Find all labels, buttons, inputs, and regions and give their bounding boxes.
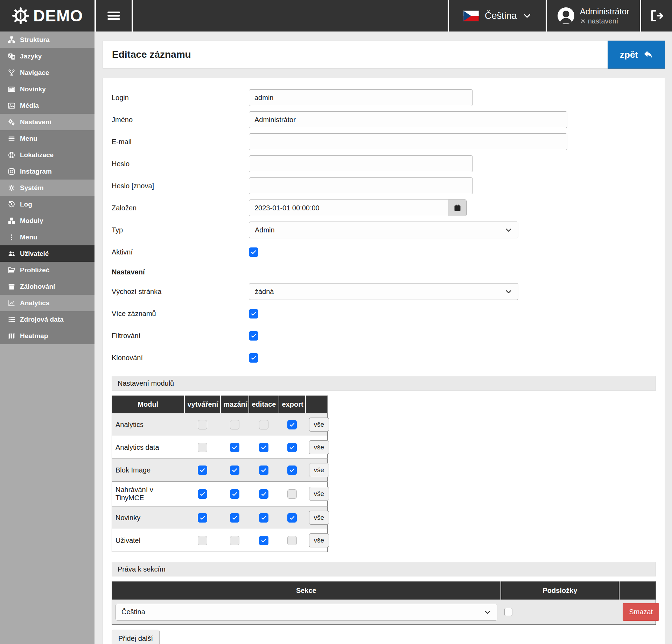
module-perm-cell — [279, 413, 306, 436]
sidebar-item-struktura[interactable]: Struktura — [0, 31, 94, 48]
select-all-button[interactable]: vše — [309, 487, 329, 501]
sidebar-item-label: Zálohování — [20, 283, 55, 290]
sidebar-item-zdrojova-data[interactable]: Zdrojová data — [0, 311, 94, 328]
blok-image-editace-checkbox[interactable] — [259, 465, 268, 475]
module-row-uzivatel: Uživatelvše — [112, 529, 328, 552]
nahravani-v-tinymce-export-checkbox[interactable] — [287, 489, 297, 499]
sidebar-item-media[interactable]: Média — [0, 97, 94, 114]
zalozen-field[interactable] — [249, 200, 448, 216]
sidebar-item-novinky[interactable]: Novinky — [0, 81, 94, 97]
novinky-export-checkbox[interactable] — [287, 513, 297, 523]
analytics-mazani-checkbox[interactable] — [230, 420, 239, 429]
typ-select[interactable]: Admin — [249, 222, 518, 238]
language-icon — [8, 52, 15, 60]
nahravani-v-tinymce-mazani-checkbox[interactable] — [230, 489, 239, 499]
analytics-data-export-checkbox[interactable] — [287, 443, 297, 452]
language-label: Čeština — [485, 10, 517, 21]
edit-form: LoginJménoE-mailHesloHeslo [znova]Založe… — [103, 78, 665, 644]
sidebar-item-jazyky[interactable]: Jazyky — [0, 48, 94, 64]
delete-section-button[interactable]: Smazat — [623, 603, 659, 621]
chevron-down-icon — [484, 608, 491, 616]
novinky-editace-checkbox[interactable] — [259, 513, 268, 523]
aktivni-checkbox[interactable] — [249, 247, 258, 257]
sidebar-item-system[interactable]: Systém — [0, 180, 94, 196]
module-perm-cell — [249, 459, 279, 482]
check-icon — [289, 444, 295, 451]
novinky-vytvareni-checkbox[interactable] — [198, 513, 207, 523]
sidebar-item-navigace[interactable]: Navigace — [0, 64, 94, 81]
map-icon — [8, 332, 15, 340]
module-perm-cell — [279, 482, 306, 506]
filtrovani-checkbox[interactable] — [249, 331, 258, 341]
uzivatel-vytvareni-checkbox[interactable] — [198, 536, 207, 545]
sections-title: Práva k sekcím — [118, 565, 166, 573]
back-button-top[interactable]: zpět — [608, 41, 665, 69]
user-menu[interactable]: Administrátor nastavení — [546, 0, 640, 31]
select-all-button[interactable]: vše — [309, 511, 329, 525]
select-all-button[interactable]: vše — [309, 533, 329, 547]
nahravani-v-tinymce-vytvareni-checkbox[interactable] — [198, 489, 207, 499]
analytics-vytvareni-checkbox[interactable] — [198, 420, 207, 429]
calendar-picker-button[interactable] — [448, 200, 467, 216]
blok-image-vytvareni-checkbox[interactable] — [198, 465, 207, 475]
brand-logo[interactable]: DEMO — [0, 0, 94, 31]
sidebar-item-uzivatele[interactable]: Uživatelé — [0, 245, 94, 262]
vice-zaznamu-checkbox[interactable] — [249, 309, 258, 318]
analytics-data-editace-checkbox[interactable] — [259, 443, 268, 452]
login-field[interactable] — [249, 89, 473, 106]
section-select[interactable]: Čeština — [115, 604, 497, 621]
select-all-button[interactable]: vše — [309, 463, 329, 477]
subfolders-checkbox[interactable] — [504, 608, 512, 616]
sidebar: StrukturaJazykyNavigaceNovinkyMédiaNasta… — [0, 31, 94, 644]
add-section-button[interactable]: Přidej další — [112, 630, 160, 644]
uzivatel-export-checkbox[interactable] — [287, 536, 297, 545]
sidebar-item-nastaveni[interactable]: Nastavení — [0, 114, 94, 130]
jmeno-field[interactable] — [249, 111, 567, 128]
analytics-data-mazani-checkbox[interactable] — [230, 443, 239, 452]
field-label: E-mail — [112, 138, 249, 146]
sidebar-item-prohlizec[interactable]: Prohlížeč — [0, 262, 94, 278]
sidebar-item-instagram[interactable]: Instagram — [0, 163, 94, 180]
history-icon — [8, 201, 15, 208]
modules-column-header: vytváření — [184, 396, 220, 413]
klonovani-checkbox[interactable] — [249, 353, 258, 363]
novinky-mazani-checkbox[interactable] — [230, 513, 239, 523]
heslo-znova-field[interactable] — [249, 177, 473, 194]
module-perm-cell — [184, 459, 220, 482]
select-all-button[interactable]: vše — [309, 418, 329, 432]
check-icon — [231, 514, 238, 521]
analytics-export-checkbox[interactable] — [287, 420, 297, 429]
module-perm-cell — [279, 506, 306, 529]
blok-image-mazani-checkbox[interactable] — [230, 465, 239, 475]
sidebar-item-log[interactable]: Log — [0, 196, 94, 212]
hamburger-icon — [8, 135, 15, 142]
analytics-data-vytvareni-checkbox[interactable] — [198, 443, 207, 452]
field-label: Heslo [znova] — [112, 182, 249, 190]
sidebar-item-menu[interactable]: Menu — [0, 229, 94, 245]
field-label: Aktivní — [112, 248, 249, 256]
sidebar-item-moduly[interactable]: Moduly — [0, 212, 94, 229]
modules-column-header: mazání — [220, 396, 249, 413]
sidebar-item-heatmap[interactable]: Heatmap — [0, 328, 94, 344]
select-value: Admin — [255, 226, 275, 234]
module-perm-cell — [220, 436, 249, 459]
uzivatel-mazani-checkbox[interactable] — [230, 536, 239, 545]
logout-button[interactable] — [640, 0, 672, 31]
form-row-jmeno: Jméno — [112, 111, 656, 128]
sidebar-toggle-button[interactable] — [94, 0, 133, 31]
vychozi-stranka-select[interactable]: žádná — [249, 283, 518, 300]
analytics-editace-checkbox[interactable] — [259, 420, 268, 429]
sidebar-item-menu[interactable]: Menu — [0, 130, 94, 147]
sidebar-item-zalohovani[interactable]: Zálohování — [0, 278, 94, 295]
select-all-button[interactable]: vše — [309, 440, 329, 454]
sidebar-item-lokalizace[interactable]: Lokalizace — [0, 147, 94, 163]
modules-section-bar: Nastavení modulů — [112, 376, 656, 391]
uzivatel-editace-checkbox[interactable] — [259, 536, 268, 545]
language-selector[interactable]: Čeština — [448, 0, 546, 31]
nahravani-v-tinymce-editace-checkbox[interactable] — [259, 489, 268, 499]
blok-image-export-checkbox[interactable] — [287, 465, 297, 475]
e-mail-field[interactable] — [249, 133, 567, 150]
sidebar-item-analytics[interactable]: Analytics — [0, 295, 94, 311]
heslo-field[interactable] — [249, 155, 473, 172]
subfolders-cell — [501, 600, 620, 625]
